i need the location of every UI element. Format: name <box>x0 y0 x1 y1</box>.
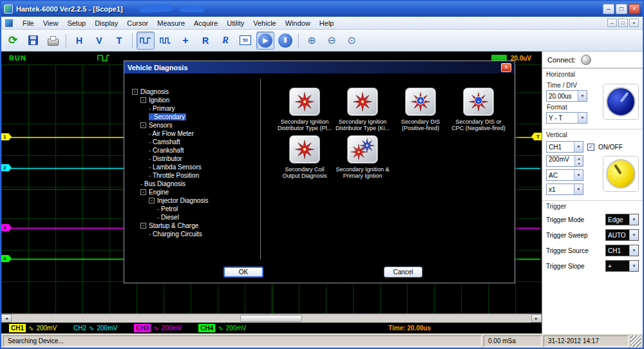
zoom-out-button[interactable]: ⊖ <box>323 32 341 50</box>
waveform-mode-button[interactable] <box>137 32 155 50</box>
tree-item-air-flow-meter[interactable]: Air Flow Meter <box>129 129 260 138</box>
menu-utility[interactable]: Utility <box>222 18 249 28</box>
ch3-marker[interactable]: 3 <box>1 224 12 231</box>
mdi-close-button[interactable]: × <box>629 19 639 27</box>
chevron-down-icon[interactable] <box>578 91 587 101</box>
card-secondary-ignition-distributor-pl[interactable]: Secondary Ignition Distributor Type (Pl.… <box>276 88 334 131</box>
trigger-slope-select[interactable]: + <box>605 260 639 272</box>
minimize-button[interactable]: – <box>603 4 614 14</box>
start-button[interactable]: ▶ <box>256 32 274 50</box>
onoff-checkbox[interactable] <box>587 144 594 151</box>
ch3-status[interactable]: CH3 ∿ 200mV <box>134 324 182 332</box>
trigger-setup-button[interactable]: T <box>110 32 128 50</box>
chevron-down-icon[interactable] <box>629 230 638 240</box>
probe-select[interactable]: x1 <box>546 184 583 195</box>
ok-button[interactable]: OK <box>223 267 263 278</box>
collapse-icon[interactable] <box>140 122 146 128</box>
auto-50-button[interactable]: 50 <box>236 32 254 50</box>
menu-vehicle[interactable]: Vehicle <box>249 18 280 28</box>
tree-item-sensors[interactable]: Sensors <box>129 121 260 129</box>
zoom-special-button[interactable]: ⊙ <box>343 32 361 50</box>
pan-button[interactable]: + <box>176 32 194 50</box>
vertical-position-knob[interactable] <box>606 159 636 189</box>
menu-window[interactable]: Window <box>281 18 315 28</box>
reference-button[interactable]: R <box>196 32 214 50</box>
trigger-sweep-select[interactable]: AUTO <box>605 229 639 241</box>
mdi-restore-button[interactable]: □ <box>618 19 628 27</box>
ch2-marker[interactable]: 2 <box>1 164 12 171</box>
menu-view[interactable]: View <box>39 18 63 28</box>
cancel-button[interactable]: Cancel <box>384 267 422 278</box>
maximize-button[interactable]: □ <box>616 4 627 14</box>
tree-item-distributor[interactable]: Distributor <box>129 155 260 163</box>
connect-indicator[interactable] <box>581 55 591 65</box>
tree-item-diesel[interactable]: Diesel <box>129 213 260 222</box>
tree-item-lambda-sensors[interactable]: Lambda Sensors <box>129 163 260 171</box>
pause-button[interactable]: Ⅱ <box>276 32 294 50</box>
tree-item-bus-diagnosis[interactable]: Bus Diagnosis <box>129 180 260 188</box>
chevron-down-icon[interactable] <box>578 113 587 123</box>
tree-item-engine[interactable]: Engine <box>129 188 260 196</box>
ch2-status[interactable]: CH2 ∿ 200mV <box>73 325 117 332</box>
trigger-mode-select[interactable]: Edge <box>605 214 639 225</box>
spark-icon[interactable] <box>289 88 320 116</box>
tree-item-injector-diagnosis[interactable]: Injector Diagnosis <box>129 196 260 205</box>
format-select[interactable]: Y - T <box>546 112 587 124</box>
menu-cursor[interactable]: Cursor <box>122 18 153 28</box>
spin-down-icon[interactable]: ▼ <box>575 161 583 166</box>
collapse-icon[interactable] <box>132 89 138 95</box>
reference-wave-button[interactable]: R <box>216 32 234 50</box>
card-secondary-primary-ignition[interactable]: Secondary Ignition & Primary Igntion <box>334 135 392 179</box>
spark-plus-icon[interactable] <box>405 88 436 116</box>
collapse-icon[interactable] <box>140 97 146 103</box>
resize-grip[interactable] <box>630 335 641 346</box>
chevron-down-icon[interactable] <box>629 261 638 271</box>
menu-file[interactable]: File <box>18 18 39 28</box>
save-button[interactable] <box>24 32 42 50</box>
close-button[interactable]: × <box>629 4 640 14</box>
dialog-close-button[interactable]: × <box>501 63 511 72</box>
chevron-down-icon[interactable] <box>574 184 583 194</box>
menu-display[interactable]: Display <box>90 18 122 28</box>
menu-setup[interactable]: Setup <box>62 18 90 28</box>
collapse-icon[interactable] <box>140 223 146 229</box>
chevron-down-icon[interactable] <box>629 245 638 256</box>
menu-measure[interactable]: Measure <box>153 18 189 28</box>
tree-item-petrol[interactable]: Petrol <box>129 205 260 213</box>
chevron-down-icon[interactable] <box>574 142 583 152</box>
tree-item-throttle-position[interactable]: Throttle Position <box>129 171 260 180</box>
trigger-source-select[interactable]: CH1 <box>605 245 639 256</box>
channel-select[interactable]: CH1 <box>546 141 583 153</box>
spark-icon[interactable] <box>289 135 320 164</box>
chevron-down-icon[interactable] <box>574 170 583 180</box>
tree-item-crankshaft[interactable]: Crankshaft <box>129 146 260 155</box>
scrollbar-track[interactable] <box>12 314 531 323</box>
vertical-setup-button[interactable]: V <box>90 32 108 50</box>
spark-icon[interactable] <box>347 88 378 116</box>
print-button[interactable] <box>44 32 62 50</box>
scroll-left-icon[interactable]: ◄ <box>1 314 12 323</box>
trigger-level-marker[interactable]: T <box>531 133 542 140</box>
tree-item-primary[interactable]: Primary <box>129 104 260 113</box>
scroll-right-icon[interactable]: ► <box>531 314 542 323</box>
collapse-icon[interactable] <box>149 198 155 203</box>
scrollbar-thumb[interactable] <box>240 315 302 322</box>
tree-item-diagnosis[interactable]: Diagnosis <box>129 88 260 96</box>
spin-up-icon[interactable]: ▲ <box>575 156 583 161</box>
menu-acquire[interactable]: Acquire <box>189 18 222 28</box>
coupling-select[interactable]: AC <box>546 169 583 181</box>
tree-item-ignition[interactable]: Ignition <box>129 96 260 104</box>
card-secondary-ignition-distributor-ki[interactable]: Secondary Ignition Distributor Type (Ki.… <box>334 88 392 131</box>
ch1-status[interactable]: CH1 ∿ 200mV <box>9 324 57 332</box>
mdi-minimize-button[interactable]: – <box>607 19 617 27</box>
tree-item-secondary[interactable]: Secondary <box>129 113 260 121</box>
spark-minus-icon[interactable] <box>463 88 494 116</box>
connect-button[interactable]: ⟳ <box>4 32 22 50</box>
card-secondary-dis-positive[interactable]: Secondary DIS (Positive-fired) <box>392 88 450 131</box>
card-secondary-coil-output[interactable]: Secondary Coil Output Diagnosis <box>276 135 334 179</box>
ch4-status[interactable]: CH4 ∿ 200mV <box>198 324 246 332</box>
waveform-mode-2-button[interactable] <box>156 32 175 50</box>
time-div-select[interactable]: 20.00us <box>546 90 587 102</box>
tree-item-startup-charge[interactable]: Startup & Charge <box>129 222 260 230</box>
horizontal-scrollbar[interactable]: ◄ ► <box>1 314 542 323</box>
